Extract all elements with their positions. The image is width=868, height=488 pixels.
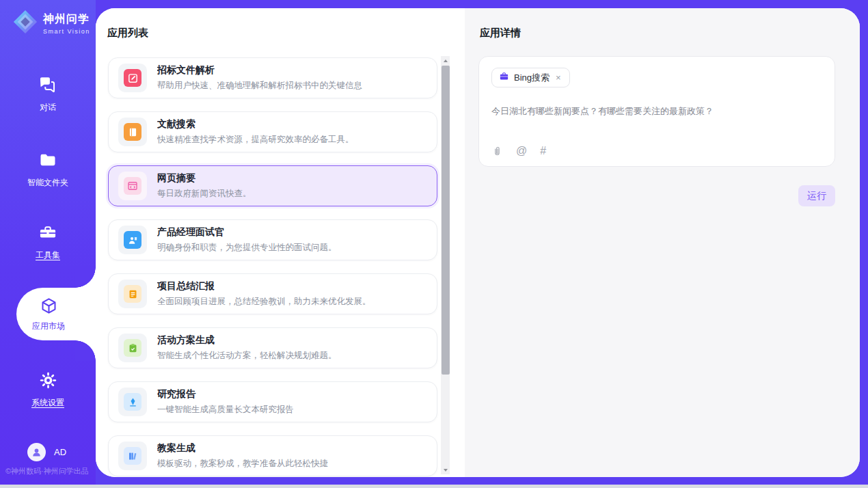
browser-code-icon (124, 177, 141, 195)
pen-nib-icon (124, 393, 141, 411)
user-chip[interactable]: AD (27, 443, 66, 461)
logo-diamond-icon (12, 9, 38, 38)
window-bottom-edge (0, 485, 868, 488)
cube-icon (40, 297, 58, 318)
sidebar: 神州问学 Smart Vision 对话 智能文件夹 (0, 0, 96, 488)
briefcase-icon (499, 71, 509, 84)
triangle-down-icon (444, 469, 448, 472)
app-card-lesson-plan[interactable]: 教案生成 模板驱动，教案秒成，教学准备从此轻松快捷 (108, 435, 437, 476)
sidebar-item-label: 对话 (40, 102, 56, 113)
memo-icon (124, 285, 141, 303)
copyright-text: ©神州数码·神州问学出品 (5, 466, 89, 476)
sidebar-item-smart-folder[interactable]: 智能文件夹 (0, 150, 96, 189)
tool-tag-bing-search: Bing搜索 × (491, 68, 570, 87)
scroll-down-button[interactable] (441, 465, 450, 474)
brand-subtitle: Smart Vision (43, 28, 90, 35)
app-desc: 全面回顾项目进展，总结经验教训，助力未来优化发展。 (157, 296, 371, 308)
scrollbar-thumb[interactable] (442, 66, 450, 375)
content-area: 应用列表 招标文件解析 帮助用户快速、准确地理解和解析招标书中的关键信息 (96, 8, 860, 477)
brand-name: 神州问学 (43, 12, 90, 27)
prompt-card: Bing搜索 × 今日湖北有哪些新闻要点？有哪些需要关注的最新政策？ @ # (478, 56, 835, 167)
app-card-event-plan[interactable]: 活动方案生成 智能生成个性化活动方案，轻松解决规划难题。 (108, 327, 437, 368)
book-icon (124, 123, 141, 141)
tool-tag-label: Bing搜索 (514, 72, 550, 84)
sidebar-item-label: 系统设置 (31, 397, 64, 409)
hash-topic-icon[interactable]: # (540, 145, 546, 157)
clipboard-check-icon (124, 339, 141, 357)
chat-icon (38, 75, 57, 97)
at-mention-icon[interactable]: @ (516, 145, 527, 157)
interviewer-icon (124, 231, 141, 249)
sidebar-item-label: 智能文件夹 (27, 177, 68, 189)
app-desc: 每日政府新闻资讯快查。 (157, 188, 252, 200)
app-card-pm-interviewer[interactable]: 产品经理面试官 明确身份和职责，为您提供专业性的面试问题。 (108, 219, 437, 260)
app-title: 研究报告 (157, 388, 294, 401)
app-title: 文献搜索 (157, 118, 354, 131)
folder-icon (38, 150, 57, 172)
app-desc: 明确身份和职责，为您提供专业性的面试问题。 (157, 242, 337, 254)
app-detail-title: 应用详情 (480, 27, 521, 40)
sidebar-item-app-market[interactable]: 应用市场 (16, 288, 96, 340)
app-title: 活动方案生成 (157, 334, 337, 347)
sidebar-item-toolset[interactable]: 工具集 (0, 223, 96, 261)
app-title: 产品经理面试官 (157, 226, 337, 239)
list-scrollbar[interactable] (441, 56, 450, 474)
app-card-web-summary[interactable]: 网页摘要 每日政府新闻资讯快查。 (108, 165, 437, 206)
scroll-up-button[interactable] (441, 56, 450, 65)
app-detail-panel: 应用详情 Bing搜索 × 今日湖北有哪些新闻要点？有哪些需要关注的最新政策？ (465, 8, 860, 477)
user-initials: AD (54, 447, 66, 457)
app-desc: 一键智能生成高质量长文本研究报告 (157, 404, 294, 416)
sidebar-item-settings[interactable]: 系统设置 (0, 371, 96, 409)
app-desc: 模板驱动，教案秒成，教学准备从此轻松快捷 (157, 458, 328, 470)
app-title: 招标文件解析 (157, 64, 362, 77)
app-card-project-summary[interactable]: 项目总结汇报 全面回顾项目进展，总结经验教训，助力未来优化发展。 (108, 273, 437, 314)
app-card-bid-analysis[interactable]: 招标文件解析 帮助用户快速、准确地理解和解析招标书中的关键信息 (108, 57, 437, 98)
app-logo: 神州问学 Smart Vision (12, 9, 90, 38)
app-card-research-report[interactable]: 研究报告 一键智能生成高质量长文本研究报告 (108, 381, 437, 422)
app-title: 项目总结汇报 (157, 280, 371, 293)
books-icon (124, 447, 141, 465)
gear-icon (39, 371, 57, 392)
toolbox-icon (38, 223, 57, 245)
app-desc: 快速精准查找学术资源，提高研究效率的必备工具。 (157, 134, 354, 146)
sidebar-item-label: 应用市场 (32, 321, 65, 332)
paperclip-icon[interactable] (491, 146, 503, 157)
app-list-panel: 应用列表 招标文件解析 帮助用户快速、准确地理解和解析招标书中的关键信息 (96, 8, 465, 477)
avatar (27, 443, 46, 461)
app-list-title: 应用列表 (107, 27, 148, 40)
app-desc: 智能生成个性化活动方案，轻松解决规划难题。 (157, 350, 337, 362)
sidebar-item-label: 工具集 (36, 249, 60, 261)
app-desc: 帮助用户快速、准确地理解和解析招标书中的关键信息 (157, 80, 362, 92)
prompt-toolbar: @ # (491, 145, 546, 157)
run-button[interactable]: 运行 (798, 185, 835, 206)
app-title: 网页摘要 (157, 172, 252, 185)
close-icon[interactable]: × (554, 72, 562, 83)
app-title: 教案生成 (157, 442, 328, 455)
app-card-list: 招标文件解析 帮助用户快速、准确地理解和解析招标书中的关键信息 文献搜索 快速精… (108, 57, 437, 477)
app-card-literature-search[interactable]: 文献搜索 快速精准查找学术资源，提高研究效率的必备工具。 (108, 111, 437, 152)
edit-pen-icon (124, 69, 141, 87)
prompt-input[interactable]: 今日湖北有哪些新闻要点？有哪些需要关注的最新政策？ (491, 105, 822, 132)
sidebar-item-chat[interactable]: 对话 (0, 75, 96, 113)
triangle-up-icon (444, 59, 448, 62)
